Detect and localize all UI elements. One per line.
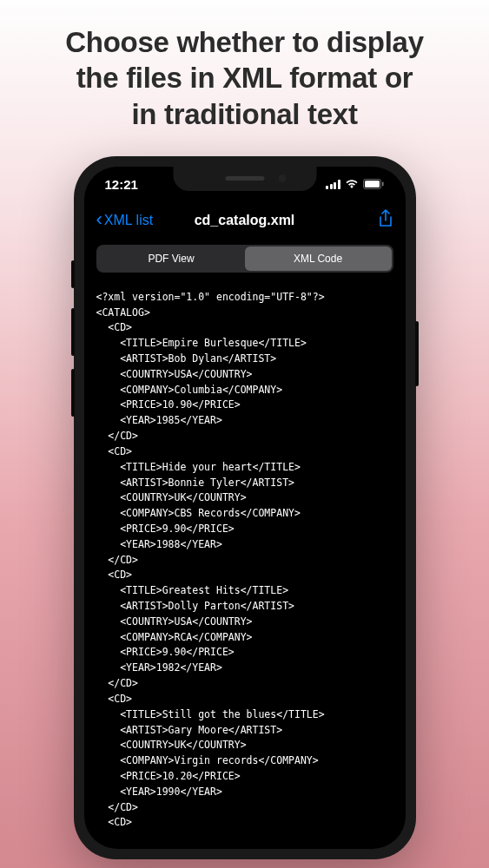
battery-icon [363,177,385,192]
share-button[interactable] [378,209,393,232]
xml-code-viewer[interactable]: <?xml version="1.0" encoding="UTF-8"?> <… [84,279,406,841]
cellular-signal-icon [326,180,340,189]
phone-screen: 12:21 [84,167,406,849]
view-mode-segmented-control: PDF View XML Code [96,245,393,273]
share-icon [378,209,393,228]
status-time: 12:21 [105,177,138,192]
segment-pdf-view[interactable]: PDF View [98,247,245,271]
phone-power-button [415,321,419,386]
phone-speaker [225,176,264,181]
back-button[interactable]: ‹ XML list [96,212,154,229]
phone-volume-down [71,369,75,417]
page-title: cd_catalog.xml [195,213,295,228]
phone-volume-up [71,308,75,356]
chevron-left-icon: ‹ [96,210,102,229]
back-label: XML list [104,213,153,228]
phone-notch [173,167,316,191]
phone-mute-switch [71,260,75,288]
navigation-bar: ‹ XML list cd_catalog.xml [84,203,406,238]
svg-rect-2 [382,182,384,187]
status-indicators [326,177,385,192]
phone-camera [278,174,286,182]
phone-frame: 12:21 [74,156,416,859]
wifi-icon [345,177,359,192]
marketing-heading: Choose whether to display the files in X… [65,24,423,132]
segment-xml-code[interactable]: XML Code [245,247,392,271]
svg-rect-1 [365,181,380,187]
